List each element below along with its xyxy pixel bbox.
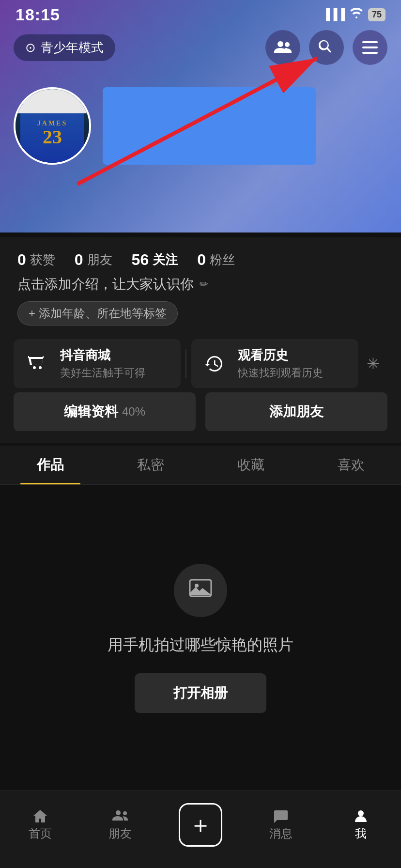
nav-me-label: 我 — [355, 826, 367, 841]
svg-point-3 — [33, 366, 36, 369]
nav-friends-label: 朋友 — [108, 826, 132, 841]
tab-private-label: 私密 — [137, 456, 164, 474]
content-area: 用手机拍过哪些惊艳的照片 打开相册 — [0, 486, 401, 790]
friends-icon-button[interactable] — [265, 30, 300, 65]
empty-text: 用手机拍过哪些惊艳的照片 — [108, 635, 293, 656]
empty-icon-wrapper — [174, 564, 227, 617]
tab-likes[interactable]: 喜欢 — [301, 446, 401, 484]
svg-point-7 — [358, 810, 364, 816]
tab-likes-label: 喜欢 — [338, 456, 365, 474]
history-info: 观看历史 快速找到观看历史 — [238, 347, 349, 380]
likes-count: 0 — [17, 251, 26, 269]
shop-desc: 美好生活触手可得 — [60, 366, 171, 380]
more-services-icon[interactable]: ✳ — [358, 355, 387, 373]
followers-stat: 0 粉丝 — [197, 251, 235, 269]
svg-point-4 — [39, 366, 42, 369]
search-icon-button[interactable] — [309, 30, 344, 65]
friends-stat: 0 朋友 — [75, 251, 112, 269]
following-stat[interactable]: 56 关注 — [132, 251, 178, 269]
service-divider — [185, 349, 186, 378]
nav-right-icons — [265, 30, 387, 65]
status-icons: ▐▐▐ 75 — [322, 8, 386, 21]
likes-label: 获赞 — [30, 251, 55, 268]
signal-icon: ▐▐▐ — [322, 8, 345, 21]
edit-bio-icon: ✏ — [200, 278, 208, 291]
nav-home-label: 首页 — [29, 826, 52, 841]
nav-home[interactable]: 首页 — [0, 808, 80, 851]
edit-profile-label: 编辑资料 — [64, 403, 118, 421]
add-tags-button[interactable]: + 添加年龄、所在地等标签 — [17, 301, 178, 326]
tab-works[interactable]: 作品 — [0, 446, 100, 484]
svg-rect-2 — [362, 52, 378, 54]
shop-service[interactable]: 抖音商城 美好生活触手可得 — [14, 339, 181, 388]
shop-icon — [23, 350, 50, 377]
stats-row: 0 获赞 0 朋友 56 关注 0 粉丝 — [17, 251, 384, 269]
nav-create[interactable]: ＋ — [160, 803, 241, 856]
history-service[interactable]: 观看历史 快速找到观看历史 — [191, 339, 358, 388]
tab-favorites[interactable]: 收藏 — [200, 446, 301, 484]
tab-works-label: 作品 — [37, 456, 64, 474]
tab-favorites-label: 收藏 — [237, 456, 264, 474]
top-nav: ⊙ 青少年模式 — [0, 29, 401, 66]
bio-text[interactable]: 点击添加介绍，让大家认识你 ✏ — [17, 275, 384, 294]
svg-rect-0 — [362, 41, 378, 43]
history-desc: 快速找到观看历史 — [238, 366, 349, 380]
action-buttons: 编辑资料 40% 添加朋友 — [0, 392, 401, 443]
status-time: 18:15 — [15, 5, 60, 24]
tabs-row: 作品 私密 收藏 喜欢 — [0, 446, 401, 484]
history-icon — [201, 350, 228, 377]
svg-point-6 — [195, 584, 199, 588]
youth-mode-icon: ⊙ — [25, 40, 36, 55]
profile-section: JAMES 23 — [0, 87, 401, 165]
nav-message[interactable]: 消息 — [241, 808, 321, 851]
add-friend-label: 添加朋友 — [269, 403, 324, 421]
bio-section: 点击添加介绍，让大家认识你 ✏ + 添加年龄、所在地等标签 — [0, 275, 401, 335]
open-album-button[interactable]: 打开相册 — [135, 673, 266, 713]
svg-rect-1 — [362, 46, 378, 48]
shop-info: 抖音商城 美好生活触手可得 — [60, 347, 171, 380]
nav-message-label: 消息 — [269, 826, 293, 841]
following-count: 56 — [132, 251, 149, 269]
youth-mode-button[interactable]: ⊙ 青少年模式 — [14, 34, 115, 61]
username-banner — [103, 87, 316, 165]
youth-mode-label: 青少年模式 — [41, 39, 104, 56]
nav-me[interactable]: 我 — [321, 808, 401, 851]
followers-count: 0 — [197, 251, 206, 269]
shop-name: 抖音商城 — [60, 347, 171, 364]
likes-stat: 0 获赞 — [17, 251, 55, 269]
edit-profile-percent: 40% — [122, 405, 145, 418]
avatar[interactable]: JAMES 23 — [14, 87, 91, 165]
tabs-section: 作品 私密 收藏 喜欢 — [0, 446, 401, 485]
followers-label: 粉丝 — [210, 251, 235, 268]
history-name: 观看历史 — [238, 347, 349, 364]
tab-private[interactable]: 私密 — [100, 446, 200, 484]
edit-profile-button[interactable]: 编辑资料 40% — [14, 392, 196, 431]
battery-icon: 75 — [368, 8, 386, 21]
empty-photo-icon — [188, 576, 213, 605]
add-friend-button[interactable]: 添加朋友 — [205, 392, 387, 431]
following-label: 关注 — [153, 251, 178, 268]
bottom-nav: 首页 朋友 ＋ 消息 我 — [0, 790, 401, 868]
nav-friends[interactable]: 朋友 — [80, 808, 161, 851]
wifi-icon — [350, 8, 363, 21]
status-bar: 18:15 ▐▐▐ 75 — [0, 0, 401, 29]
tags-row: + 添加年龄、所在地等标签 — [17, 301, 384, 326]
avatar-inner: JAMES 23 — [15, 89, 89, 163]
stats-section: 0 获赞 0 朋友 56 关注 0 粉丝 — [0, 237, 401, 279]
services-section: 抖音商城 美好生活触手可得 观看历史 快速找到观看历史 ✳ — [0, 329, 401, 398]
friends-count: 0 — [75, 251, 83, 269]
friends-label: 朋友 — [87, 251, 112, 268]
bio-content: 点击添加介绍，让大家认识你 — [17, 275, 194, 294]
menu-icon-button[interactable] — [353, 30, 387, 65]
create-button[interactable]: ＋ — [179, 803, 222, 847]
